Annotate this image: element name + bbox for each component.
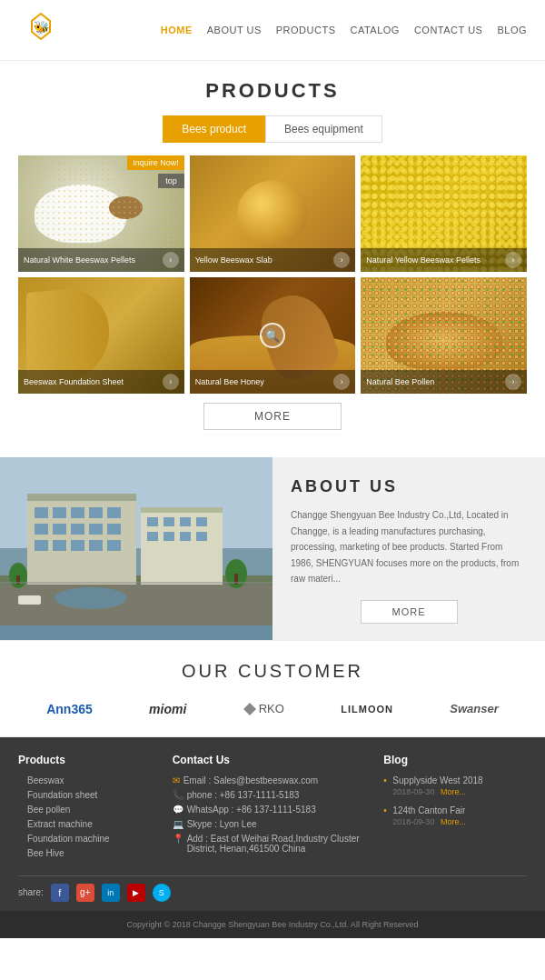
nav-home[interactable]: HOME xyxy=(161,25,193,35)
svg-rect-30 xyxy=(180,532,191,541)
nav-blog[interactable]: BLOG xyxy=(497,25,527,35)
footer-products-title: Products xyxy=(18,754,162,766)
more-button[interactable]: MORE xyxy=(203,403,342,430)
svg-rect-10 xyxy=(89,507,103,518)
svg-rect-15 xyxy=(89,524,103,535)
svg-text:🐝: 🐝 xyxy=(34,20,50,35)
customer-title: OUR CUSTOMER xyxy=(18,661,527,682)
social-skype[interactable]: S xyxy=(153,884,171,902)
copyright-text: Copyright © 2018 Changge Shengyuan Bee I… xyxy=(127,920,419,929)
list-item[interactable]: Extract machine xyxy=(18,819,162,829)
footer-blog-col: Blog • Supplyside West 2018 2018-09-30 M… xyxy=(383,754,527,863)
product-grid: Inquire Now! top Natural White Beeswax P… xyxy=(18,155,527,272)
phone-icon: 📞 xyxy=(173,790,183,800)
products-section: PRODUCTS Bees product Bees equipment Inq… xyxy=(0,61,545,457)
nav-products[interactable]: PRODUCTS xyxy=(276,25,336,35)
customer-logo-swanser: Swanser xyxy=(450,702,498,715)
svg-rect-28 xyxy=(147,532,158,541)
logo[interactable]: 🐝 xyxy=(18,7,64,53)
tab-bees-equipment[interactable]: Bees equipment xyxy=(265,115,382,143)
list-item[interactable]: Foundation machine xyxy=(18,834,162,844)
svg-marker-40 xyxy=(243,703,256,715)
svg-rect-25 xyxy=(164,517,174,526)
tab-bees-product[interactable]: Bees product xyxy=(163,115,265,143)
nav-about[interactable]: ABOUT US xyxy=(207,25,262,35)
svg-rect-19 xyxy=(71,540,84,551)
share-label: share: xyxy=(18,887,44,897)
customer-logo-rko: RKO xyxy=(243,702,284,715)
product-card-4[interactable]: Beeswax Foundation Sheet › xyxy=(18,277,184,394)
main-nav: HOME ABOUT US PRODUCTS CATALOG CONTACT U… xyxy=(161,25,527,35)
footer-products-list: Beeswax Foundation sheet Bee pollen Extr… xyxy=(18,775,162,858)
svg-rect-6 xyxy=(27,494,136,501)
product-card-label-5: Natural Bee Honey › xyxy=(190,370,356,394)
product-card-label-3: Natural Yellow Beeswax Pellets › xyxy=(361,248,527,272)
product-card-2[interactable]: Yellow Beeswax Slab › xyxy=(190,155,356,272)
product-card-label-2: Yellow Beeswax Slab › xyxy=(190,248,356,272)
blog-item-2: • 124th Canton Fair 2018-09-30 More... xyxy=(383,805,527,826)
about-more-button[interactable]: MORE xyxy=(361,600,458,624)
about-content: ABOUT US Changge Shengyuan Bee Industry … xyxy=(272,457,545,640)
blog-more-2[interactable]: More... xyxy=(441,817,466,826)
svg-rect-14 xyxy=(71,524,84,535)
product-card-5[interactable]: 🔍 Natural Bee Honey › xyxy=(190,277,356,394)
svg-rect-32 xyxy=(0,585,272,625)
svg-rect-27 xyxy=(196,517,207,526)
svg-rect-29 xyxy=(164,532,174,541)
svg-rect-21 xyxy=(107,540,121,551)
copyright-bar: Copyright © 2018 Changge Shengyuan Bee I… xyxy=(0,911,545,938)
list-item[interactable]: Bee pollen xyxy=(18,805,162,815)
header: 🐝 HOME ABOUT US PRODUCTS CATALOG CONTACT… xyxy=(0,0,545,61)
product-grid-row2: Beeswax Foundation Sheet › 🔍 Natural Bee… xyxy=(18,277,527,394)
svg-rect-24 xyxy=(147,517,158,526)
product-card-1[interactable]: Inquire Now! top Natural White Beeswax P… xyxy=(18,155,184,272)
share-row: share: f g+ in ▶ S xyxy=(18,875,527,902)
nav-contact[interactable]: CONTACT US xyxy=(414,25,483,35)
footer: Products Beeswax Foundation sheet Bee po… xyxy=(0,737,545,911)
list-item[interactable]: Beeswax xyxy=(18,775,162,785)
about-image xyxy=(0,457,272,640)
blog-item-1: • Supplyside West 2018 2018-09-30 More..… xyxy=(383,775,527,796)
blog-item-title-2[interactable]: 124th Canton Fair xyxy=(392,805,527,815)
svg-rect-26 xyxy=(180,517,191,526)
nav-catalog[interactable]: CATALOG xyxy=(350,25,399,35)
inquire-badge: Inquire Now! xyxy=(127,155,184,170)
whatsapp-icon: 💬 xyxy=(173,805,183,815)
list-item[interactable]: Foundation sheet xyxy=(18,790,162,800)
svg-rect-17 xyxy=(35,540,48,551)
contact-address: 📍 Add : East of Weihai Road,Industry Clu… xyxy=(173,834,373,854)
products-title: PRODUCTS xyxy=(18,79,527,103)
contact-skype: 💻 Skype : Lyon Lee xyxy=(173,819,373,829)
svg-rect-23 xyxy=(141,507,223,513)
social-linkedin[interactable]: in xyxy=(102,884,120,902)
blog-item-title-1[interactable]: Supplyside West 2018 xyxy=(392,775,527,785)
about-text: Changge Shengyuan Bee Industry Co.,Ltd, … xyxy=(291,507,527,587)
svg-rect-16 xyxy=(107,524,121,535)
svg-rect-18 xyxy=(53,540,66,551)
contact-email: ✉ Email : Sales@bestbeeswax.com xyxy=(173,775,373,785)
svg-point-37 xyxy=(54,587,127,609)
product-card-6[interactable]: Natural Bee Pollen › xyxy=(361,277,527,394)
about-title: ABOUT US xyxy=(291,477,527,496)
social-youtube[interactable]: ▶ xyxy=(127,884,145,902)
product-card-3[interactable]: Natural Yellow Beeswax Pellets › xyxy=(361,155,527,272)
search-overlay-icon: 🔍 xyxy=(260,323,285,348)
more-button-wrap: MORE xyxy=(18,403,527,430)
product-tabs: Bees product Bees equipment xyxy=(18,115,527,143)
svg-rect-13 xyxy=(53,524,66,535)
address-icon: 📍 xyxy=(173,834,183,844)
product-card-label-6: Natural Bee Pollen › xyxy=(361,370,527,394)
social-facebook[interactable]: f xyxy=(51,884,69,902)
customer-logos: Ann365 miomi RKO LILMOON Swanser xyxy=(18,696,527,722)
blog-more-1[interactable]: More... xyxy=(441,787,466,796)
list-item[interactable]: Bee Hive xyxy=(18,848,162,858)
skype-icon: 💻 xyxy=(173,819,183,829)
svg-rect-12 xyxy=(35,524,48,535)
footer-products-col: Products Beeswax Foundation sheet Bee po… xyxy=(18,754,162,863)
social-googleplus[interactable]: g+ xyxy=(76,884,94,902)
footer-contact-col: Contact Us ✉ Email : Sales@bestbeeswax.c… xyxy=(173,754,373,863)
blog-date-1: 2018-09-30 xyxy=(392,787,434,796)
product-card-label-1: Natural White Beeswax Pellets › xyxy=(18,248,184,272)
product-card-label-4: Beeswax Foundation Sheet › xyxy=(18,370,184,394)
svg-rect-9 xyxy=(71,507,84,518)
